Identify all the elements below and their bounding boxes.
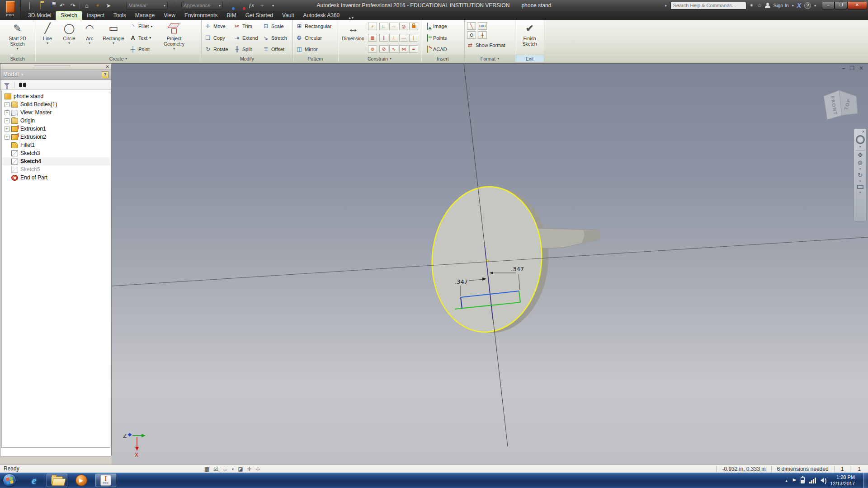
constraint-settings-icon[interactable]: ▦ bbox=[368, 34, 377, 42]
tree-item-origin[interactable]: + Origin bbox=[2, 117, 110, 125]
sketch-center-point[interactable] bbox=[486, 260, 488, 262]
trim-button[interactable]: ✂Trim bbox=[233, 22, 259, 30]
open-file-icon[interactable] bbox=[36, 2, 44, 9]
tab-3d-model[interactable]: 3D Model bbox=[24, 11, 56, 20]
horizontal-constraint-icon[interactable]: — bbox=[399, 34, 408, 42]
centerpoint-format-icon[interactable]: ┼ bbox=[478, 31, 487, 39]
project-geometry-button[interactable]: Project Geometry▾ bbox=[159, 21, 189, 54]
auto-dimension-icon[interactable]: ⚡ bbox=[368, 23, 377, 30]
volume-icon[interactable] bbox=[821, 478, 824, 483]
clear-appearance-icon[interactable] bbox=[236, 2, 245, 9]
panel-label-sketch[interactable]: Sketch bbox=[0, 55, 35, 62]
doc-restore-icon[interactable]: ❐ bbox=[849, 65, 854, 71]
restore-button[interactable]: ❐ bbox=[835, 2, 847, 9]
equal-constraint-icon[interactable]: = bbox=[409, 45, 418, 53]
adjust-appearance-icon[interactable] bbox=[226, 2, 234, 9]
move-button[interactable]: ✛Move bbox=[204, 22, 231, 30]
look-at-icon[interactable] bbox=[857, 185, 863, 189]
panel-label-constrain[interactable]: Constrain▾ bbox=[338, 55, 421, 62]
degrees-of-freedom-icon[interactable]: ✛ bbox=[247, 466, 251, 472]
navbar-dropdown-icon[interactable]: ▾ bbox=[859, 191, 861, 194]
search-binoculars-icon[interactable] bbox=[19, 83, 26, 87]
tree-item-solid-bodies[interactable]: + Solid Bodies(1) bbox=[2, 100, 110, 108]
tab-sketch[interactable]: Sketch bbox=[56, 11, 82, 20]
dimension-value-right[interactable]: .347 bbox=[511, 266, 524, 272]
import-points-button[interactable]: Points bbox=[424, 34, 461, 42]
extend-button[interactable]: ⇥Extend bbox=[233, 34, 259, 42]
tab-tools[interactable]: Tools bbox=[109, 11, 131, 20]
help-icon[interactable]: ? bbox=[804, 2, 811, 9]
tab-vault[interactable]: Vault bbox=[278, 11, 298, 20]
line-button[interactable]: ╱ Line▾ bbox=[37, 21, 58, 54]
measure-icon[interactable]: + bbox=[258, 2, 266, 9]
show-desktop-button[interactable] bbox=[863, 473, 868, 488]
tree-item-fillet1[interactable]: Fillet1 bbox=[2, 141, 110, 149]
tab-manage[interactable]: Manage bbox=[131, 11, 159, 20]
filter-icon[interactable] bbox=[4, 83, 9, 86]
search-expander-icon[interactable]: ▸ bbox=[665, 3, 667, 8]
scale-button[interactable]: ⊡Scale bbox=[262, 22, 289, 30]
parallel-constraint-icon[interactable]: ∥ bbox=[379, 34, 388, 42]
navbar-close-icon[interactable]: ✕ bbox=[862, 130, 865, 134]
insert-image-button[interactable]: Image bbox=[424, 22, 461, 30]
finish-sketch-button[interactable]: ✔ Finish Sketch bbox=[517, 21, 542, 54]
taskbar-internet-explorer[interactable]: e bbox=[32, 474, 37, 487]
dimension-display-dropdown-icon[interactable]: ▾ bbox=[232, 467, 234, 471]
view-cube[interactable]: FRONT TOP bbox=[824, 90, 858, 120]
insert-acad-button[interactable]: ACAD bbox=[424, 45, 461, 53]
sketch-visibility-icon[interactable]: ☑ bbox=[213, 466, 218, 472]
tree-item-extrusion2[interactable]: + Extrusion2 bbox=[2, 133, 110, 141]
help-topics-icon[interactable]: ✴ bbox=[750, 2, 754, 9]
point-button[interactable]: ┼ Point bbox=[129, 45, 157, 53]
browser-title[interactable]: Model bbox=[3, 71, 19, 78]
taskbar-inventor[interactable]: I PRO bbox=[95, 474, 116, 487]
doc-close-icon[interactable]: ✕ bbox=[859, 65, 863, 71]
tree-item-view-master[interactable]: + View: Master bbox=[2, 108, 110, 117]
tab-environments[interactable]: Environments bbox=[180, 11, 222, 20]
tray-expand-icon[interactable]: ▴ bbox=[786, 479, 788, 483]
rectangular-pattern-button[interactable]: ⊞Rectangular bbox=[296, 22, 335, 30]
close-button[interactable]: ✕ bbox=[847, 2, 867, 9]
taskbar-clock[interactable]: 1:28 PM 12/13/2017 bbox=[830, 474, 855, 487]
tangent-constraint-icon[interactable]: ⊘ bbox=[379, 45, 388, 53]
tab-bim[interactable]: BIM bbox=[222, 11, 241, 20]
return-home-icon[interactable]: ⌂ bbox=[83, 2, 91, 9]
undo-icon[interactable]: ↶ bbox=[58, 2, 66, 9]
tab-view[interactable]: View bbox=[159, 11, 180, 20]
snap-grid-icon[interactable]: ▦ bbox=[204, 466, 209, 472]
zoom-dropdown-icon[interactable]: ▾ bbox=[859, 167, 861, 171]
material-dropdown[interactable]: Material▾ bbox=[126, 2, 168, 9]
3d-viewport[interactable]: .347 .347 FRONT TOP Z X – ❐ bbox=[112, 63, 868, 465]
tree-item-sketch4[interactable]: Sketch4 bbox=[2, 157, 110, 165]
search-input[interactable] bbox=[670, 2, 746, 9]
customize-qat-icon[interactable]: ▾ bbox=[269, 4, 277, 8]
constraint-status-icon[interactable]: ⊹ bbox=[256, 466, 260, 472]
arc-button[interactable]: ◠ Arc▾ bbox=[80, 21, 99, 54]
pan-icon[interactable]: ✥ bbox=[858, 151, 863, 159]
text-button[interactable]: A Text▾ bbox=[129, 34, 157, 42]
ribbon-collapse-button[interactable]: ▴▾ bbox=[349, 15, 354, 20]
redo-icon[interactable]: ↷ bbox=[69, 2, 77, 9]
taskbar-windows-explorer[interactable] bbox=[47, 474, 67, 487]
browser-grip-bar[interactable]: ✕ bbox=[0, 64, 111, 70]
rectangle-button[interactable]: ▭ Rectangle▾ bbox=[99, 21, 127, 54]
appearance-dropdown[interactable]: Appearance▾ bbox=[181, 2, 223, 9]
new-file-icon[interactable] bbox=[25, 2, 33, 9]
parameters-fx-icon[interactable]: ƒx bbox=[247, 2, 255, 9]
offset-button[interactable]: ≣Offset bbox=[262, 45, 289, 53]
help-dropdown-icon[interactable]: ▾ bbox=[814, 4, 816, 8]
panel-label-insert[interactable]: Insert bbox=[421, 55, 464, 62]
browser-close-icon[interactable]: ✕ bbox=[106, 64, 109, 69]
network-signal-icon[interactable] bbox=[809, 478, 816, 483]
fix-constraint-icon[interactable] bbox=[409, 23, 418, 30]
smooth-constraint-icon[interactable]: ∿ bbox=[389, 45, 398, 53]
steering-wheel-icon[interactable] bbox=[856, 135, 865, 144]
tab-autodesk-a360[interactable]: Autodesk A360 bbox=[299, 11, 344, 20]
dimension-value-left[interactable]: .347 bbox=[455, 278, 468, 285]
start-2d-sketch-button[interactable]: ✎ Start 2D Sketch ▾ bbox=[3, 21, 32, 54]
tree-item-end-of-part[interactable]: End of Part bbox=[2, 174, 110, 182]
wheel-dropdown-icon[interactable]: ▾ bbox=[859, 145, 861, 149]
dimension-button[interactable]: ↔ Dimension bbox=[340, 21, 366, 54]
select-tool-icon[interactable]: ➤ bbox=[104, 2, 113, 9]
panel-label-modify[interactable]: Modify bbox=[202, 55, 292, 62]
